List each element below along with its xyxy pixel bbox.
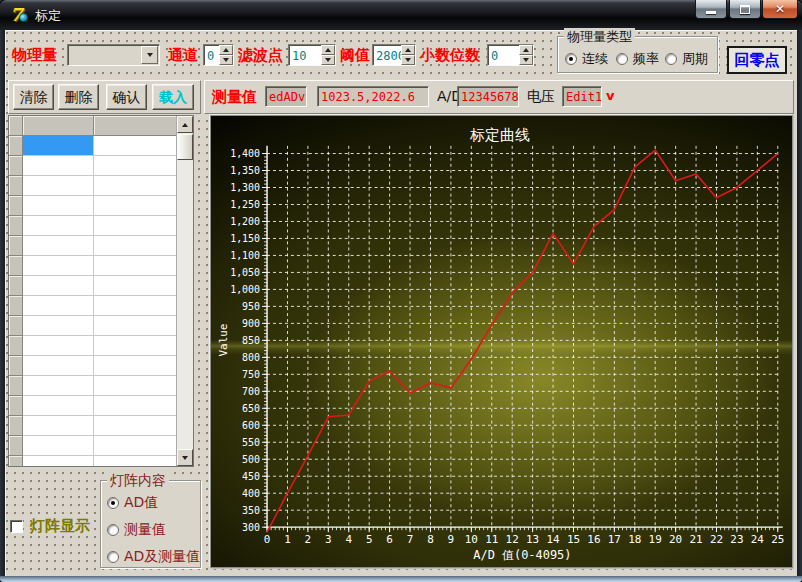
- table-row[interactable]: [9, 416, 193, 436]
- spin-up-icon[interactable]: [401, 45, 415, 55]
- svg-text:1,400: 1,400: [230, 148, 260, 159]
- svg-text:3: 3: [325, 533, 332, 546]
- window-bottom-frame: [0, 576, 802, 582]
- radio-icon[interactable]: [107, 497, 119, 509]
- table-row[interactable]: [9, 216, 193, 236]
- svg-text:6: 6: [386, 533, 393, 546]
- radio-measure-value[interactable]: 测量值: [107, 521, 166, 539]
- table-scrollbar[interactable]: [176, 116, 193, 466]
- radio-continuous[interactable]: 连续: [565, 50, 608, 68]
- radio-icon[interactable]: [565, 53, 577, 65]
- lamp-display-label: 灯阵显示: [30, 517, 90, 536]
- svg-text:20: 20: [669, 533, 682, 546]
- table-row[interactable]: [9, 196, 193, 216]
- measure-label: 测量值: [212, 88, 257, 107]
- threshold-spinner[interactable]: 2800: [372, 44, 416, 66]
- radio-frequency[interactable]: 频率: [616, 50, 659, 68]
- measure-value-field[interactable]: 1023.5,2022.6: [317, 86, 429, 107]
- svg-text:0: 0: [264, 533, 271, 546]
- table-row[interactable]: [9, 396, 193, 416]
- svg-text:600: 600: [242, 420, 260, 431]
- svg-text:4: 4: [345, 533, 352, 546]
- close-button[interactable]: ✕: [762, 0, 798, 19]
- ad-value-field[interactable]: 12345678: [457, 86, 519, 107]
- svg-text:15: 15: [567, 533, 580, 546]
- voltage-label: 电压: [527, 88, 555, 106]
- scroll-down-icon[interactable]: [177, 449, 193, 466]
- chevron-down-icon[interactable]: [141, 46, 158, 64]
- table-row[interactable]: [9, 436, 193, 456]
- filter-spinner[interactable]: 10: [288, 44, 336, 66]
- table-row[interactable]: [9, 176, 193, 196]
- load-button[interactable]: 载入: [152, 84, 194, 110]
- svg-text:9: 9: [448, 533, 455, 546]
- app-window: 7 标定 ✕ 物理量 通道 0 滤波点 10 阈值 2800 小数位数 0 物理…: [0, 0, 802, 582]
- voltage-field[interactable]: Edit1: [562, 86, 602, 107]
- svg-text:8: 8: [427, 533, 434, 546]
- table-row[interactable]: [9, 156, 193, 176]
- measure-raw-field[interactable]: edADv: [265, 86, 307, 107]
- app-icon: 7: [10, 6, 28, 24]
- radio-icon[interactable]: [107, 551, 119, 563]
- minimize-button[interactable]: [695, 0, 727, 19]
- return-zero-button[interactable]: 回零点: [727, 46, 787, 74]
- svg-text:A/D 值(0-4095): A/D 值(0-4095): [473, 548, 571, 562]
- table-row[interactable]: [9, 236, 193, 256]
- spin-down-icon[interactable]: [401, 55, 415, 65]
- spin-down-icon[interactable]: [519, 55, 533, 65]
- radio-period[interactable]: 周期: [665, 50, 708, 68]
- radio-icon[interactable]: [665, 53, 677, 65]
- quantity-combobox[interactable]: [67, 44, 160, 66]
- svg-text:Value: Value: [217, 324, 230, 357]
- svg-text:19: 19: [649, 533, 662, 546]
- decimals-spinner[interactable]: 0: [487, 44, 534, 66]
- table-row[interactable]: [9, 276, 193, 296]
- spin-down-icon[interactable]: [321, 55, 335, 65]
- table-row[interactable]: [9, 356, 193, 376]
- radio-icon[interactable]: [107, 524, 119, 536]
- svg-text:14: 14: [546, 533, 560, 546]
- close-icon: ✕: [775, 2, 785, 16]
- quantity-type-groupbox: 物理量类型 连续 频率 周期: [557, 36, 718, 73]
- svg-text:18: 18: [628, 533, 641, 546]
- svg-text:650: 650: [242, 403, 260, 414]
- scroll-up-icon[interactable]: [177, 116, 193, 133]
- channel-spinner[interactable]: 0: [203, 44, 234, 66]
- table-row[interactable]: [9, 376, 193, 396]
- spin-up-icon[interactable]: [519, 45, 533, 55]
- maximize-icon: [740, 5, 750, 14]
- svg-text:550: 550: [242, 437, 260, 448]
- table-row[interactable]: [9, 296, 193, 316]
- svg-text:1,150: 1,150: [230, 233, 260, 244]
- radio-icon[interactable]: [616, 53, 628, 65]
- radio-ad-value[interactable]: AD值: [107, 494, 158, 512]
- scrollbar-thumb[interactable]: [177, 134, 193, 160]
- quantity-type-title: 物理量类型: [564, 28, 635, 46]
- table-row[interactable]: [9, 256, 193, 276]
- delete-button[interactable]: 删除: [58, 84, 99, 110]
- filter-label: 滤波点: [238, 46, 283, 65]
- svg-text:7: 7: [407, 533, 414, 546]
- maximize-button[interactable]: [729, 0, 761, 19]
- svg-text:850: 850: [242, 335, 260, 346]
- lamp-display-checkbox[interactable]: [10, 520, 23, 533]
- table-row[interactable]: [9, 136, 193, 156]
- table-row[interactable]: [9, 456, 193, 467]
- svg-text:300: 300: [242, 522, 260, 533]
- confirm-button[interactable]: 确认: [106, 84, 147, 110]
- window-title: 标定: [35, 7, 61, 25]
- table-row[interactable]: [9, 316, 193, 336]
- svg-text:13: 13: [526, 533, 539, 546]
- spin-up-icon[interactable]: [321, 45, 335, 55]
- titlebar[interactable]: 7 标定 ✕: [0, 0, 802, 30]
- spin-up-icon[interactable]: [219, 45, 233, 55]
- calibration-table[interactable]: [8, 115, 194, 467]
- clear-button[interactable]: 清除: [13, 84, 54, 110]
- svg-text:11: 11: [485, 533, 498, 546]
- svg-text:750: 750: [242, 369, 260, 380]
- svg-text:1,050: 1,050: [230, 267, 260, 278]
- spin-down-icon[interactable]: [219, 55, 233, 65]
- radio-ad-and-measure[interactable]: AD及测量值: [107, 548, 200, 566]
- svg-text:1,300: 1,300: [230, 182, 260, 193]
- table-row[interactable]: [9, 336, 193, 356]
